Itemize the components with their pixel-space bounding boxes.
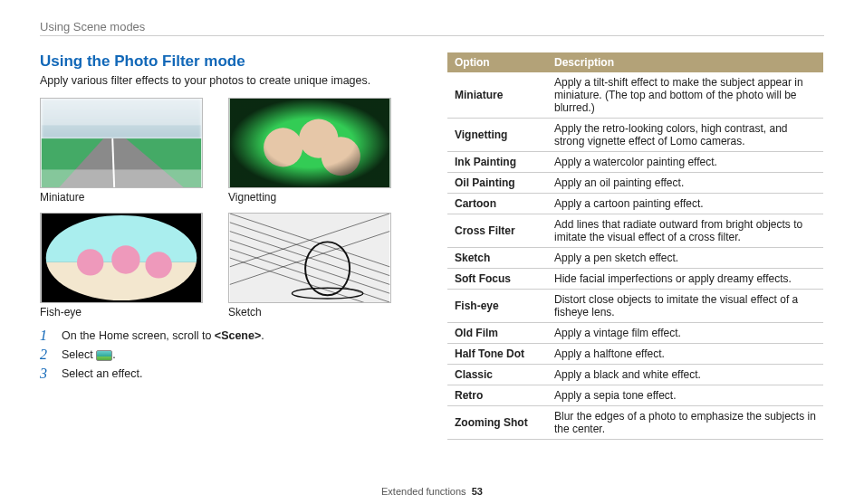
description-cell: Apply the retro-looking colors, high con… bbox=[547, 119, 823, 152]
description-cell: Apply a black and white effect. bbox=[547, 365, 823, 385]
thumb-caption: Miniature bbox=[40, 191, 203, 204]
page-title: Using the Photo Filter mode bbox=[40, 52, 420, 71]
section-divider bbox=[40, 35, 824, 36]
table-row: RetroApply a sepia tone effect. bbox=[447, 385, 823, 406]
option-cell: Half Tone Dot bbox=[447, 344, 547, 365]
svg-point-15 bbox=[111, 245, 139, 273]
table-row: Zooming ShotBlur the edges of a photo to… bbox=[447, 406, 823, 440]
step-text: Select an effect. bbox=[62, 367, 142, 380]
table-row: Soft FocusHide facial imperfections or a… bbox=[447, 269, 823, 290]
option-cell: Soft Focus bbox=[447, 269, 547, 290]
filter-options-table: Option Description MiniatureApply a tilt… bbox=[447, 52, 823, 440]
description-cell: Apply an oil painting effect. bbox=[547, 173, 823, 194]
option-cell: Vignetting bbox=[447, 119, 547, 152]
intro-text: Apply various filter effects to your pho… bbox=[40, 74, 420, 87]
step-text: . bbox=[261, 329, 264, 342]
description-cell: Distort close objects to imitate the vis… bbox=[547, 290, 823, 323]
option-cell: Classic bbox=[447, 365, 547, 385]
table-row: MiniatureApply a tilt-shift effect to ma… bbox=[447, 72, 823, 119]
page-footer: Extended functions 53 bbox=[0, 486, 864, 497]
option-cell: Fish-eye bbox=[447, 290, 547, 323]
thumb-miniature-image bbox=[40, 98, 203, 188]
thumb-miniature: Miniature bbox=[40, 98, 203, 204]
thumb-caption: Vignetting bbox=[228, 191, 391, 204]
table-row: CartoonApply a cartoon painting effect. bbox=[447, 194, 823, 214]
step-text: On the Home screen, scroll to bbox=[62, 329, 215, 342]
thumb-vignetting: Vignetting bbox=[228, 98, 391, 204]
description-cell: Apply a vintage film effect. bbox=[547, 323, 823, 344]
svg-point-14 bbox=[77, 249, 103, 275]
option-cell: Cartoon bbox=[447, 194, 547, 214]
svg-rect-3 bbox=[42, 169, 201, 187]
description-cell: Apply a sepia tone effect. bbox=[547, 385, 823, 406]
step-text: Select bbox=[62, 348, 96, 361]
table-header-option: Option bbox=[447, 52, 547, 72]
thumb-sketch: Sketch bbox=[228, 213, 391, 319]
option-cell: Miniature bbox=[447, 72, 547, 119]
step-text: . bbox=[112, 348, 115, 361]
table-row: Ink PaintingApply a watercolor painting … bbox=[447, 152, 823, 173]
table-row: ClassicApply a black and white effect. bbox=[447, 365, 823, 385]
description-cell: Hide facial imperfections or apply dream… bbox=[547, 269, 823, 290]
thumb-vignetting-image bbox=[228, 98, 391, 188]
step-2: Select . bbox=[40, 348, 420, 361]
step-1: On the Home screen, scroll to <Scene>. bbox=[40, 329, 420, 342]
table-row: Half Tone DotApply a halftone effect. bbox=[447, 344, 823, 365]
description-cell: Blur the edges of a photo to emphasize t… bbox=[547, 406, 823, 440]
option-cell: Cross Filter bbox=[447, 214, 547, 248]
option-cell: Oil Painting bbox=[447, 173, 547, 194]
thumb-sketch-image bbox=[228, 213, 391, 303]
svg-rect-2 bbox=[42, 99, 201, 125]
thumb-fisheye: Fish-eye bbox=[40, 213, 203, 319]
option-cell: Zooming Shot bbox=[447, 406, 547, 440]
table-header-description: Description bbox=[547, 52, 823, 72]
step-3: Select an effect. bbox=[40, 367, 420, 380]
description-cell: Apply a tilt-shift effect to make the su… bbox=[547, 72, 823, 119]
svg-rect-9 bbox=[230, 99, 389, 187]
table-row: Fish-eyeDistort close objects to imitate… bbox=[447, 290, 823, 323]
section-header: Using Scene modes bbox=[40, 20, 824, 33]
table-row: SketchApply a pen sketch effect. bbox=[447, 248, 823, 269]
option-cell: Retro bbox=[447, 385, 547, 406]
svg-point-16 bbox=[145, 252, 171, 278]
option-cell: Ink Painting bbox=[447, 152, 547, 173]
footer-label: Extended functions bbox=[381, 486, 466, 497]
table-row: VignettingApply the retro-looking colors… bbox=[447, 119, 823, 152]
page-number: 53 bbox=[472, 486, 483, 497]
option-cell: Sketch bbox=[447, 248, 547, 269]
scene-mode-icon bbox=[96, 350, 112, 361]
thumb-caption: Sketch bbox=[228, 306, 391, 319]
table-row: Oil PaintingApply an oil painting effect… bbox=[447, 173, 823, 194]
option-cell: Old Film bbox=[447, 323, 547, 344]
scene-tag: <Scene> bbox=[215, 329, 261, 342]
description-cell: Add lines that radiate outward from brig… bbox=[547, 214, 823, 248]
thumb-caption: Fish-eye bbox=[40, 306, 203, 319]
description-cell: Apply a pen sketch effect. bbox=[547, 248, 823, 269]
description-cell: Apply a halftone effect. bbox=[547, 344, 823, 365]
thumb-fisheye-image bbox=[40, 213, 203, 303]
description-cell: Apply a watercolor painting effect. bbox=[547, 152, 823, 173]
table-row: Old FilmApply a vintage film effect. bbox=[447, 323, 823, 344]
description-cell: Apply a cartoon painting effect. bbox=[547, 194, 823, 214]
table-row: Cross FilterAdd lines that radiate outwa… bbox=[447, 214, 823, 248]
